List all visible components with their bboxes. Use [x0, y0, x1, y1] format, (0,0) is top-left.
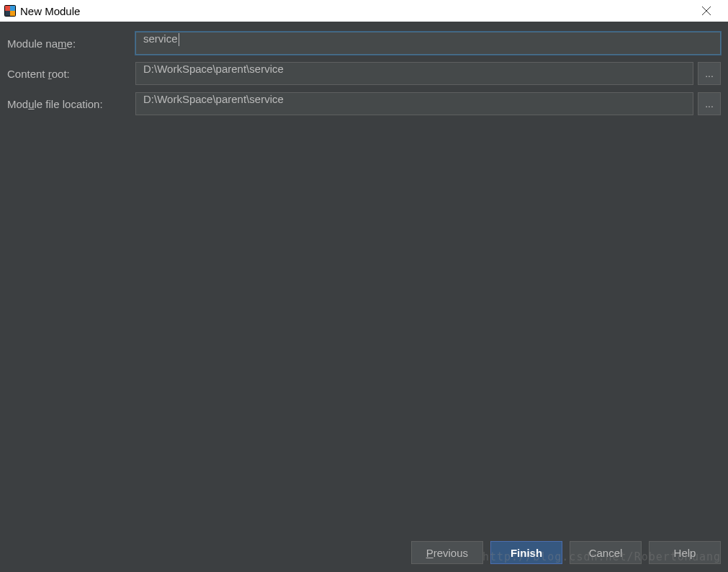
module-file-location-input[interactable]: D:\WorkSpace\parent\service — [135, 92, 693, 115]
close-button[interactable] — [692, 0, 721, 22]
title-left: New Module — [4, 5, 80, 17]
content-root-input-group: D:\WorkSpace\parent\service ... — [135, 62, 721, 85]
module-file-location-input-group: D:\WorkSpace\parent\service ... — [135, 92, 721, 115]
content-root-label: Content root: — [7, 68, 135, 80]
module-file-location-row: Module file location: D:\WorkSpace\paren… — [7, 92, 721, 115]
module-file-location-value: D:\WorkSpace\parent\service — [143, 93, 284, 105]
window-title: New Module — [20, 5, 80, 17]
content-area: Module name: service Content root: D:\Wo… — [0, 22, 728, 533]
content-root-value: D:\WorkSpace\parent\service — [143, 63, 284, 75]
finish-button[interactable]: Finish — [490, 541, 562, 564]
module-file-location-browse-button[interactable]: ... — [698, 92, 721, 115]
module-file-location-label: Module file location: — [7, 98, 135, 110]
app-icon — [4, 5, 16, 17]
module-name-input-group: service — [135, 32, 721, 55]
module-name-row: Module name: service — [7, 32, 721, 55]
content-root-browse-button[interactable]: ... — [698, 62, 721, 85]
text-cursor — [179, 33, 179, 46]
svg-rect-1 — [5, 6, 10, 11]
content-root-row: Content root: D:\WorkSpace\parent\servic… — [7, 62, 721, 85]
cancel-button[interactable]: Cancel — [570, 541, 642, 564]
module-name-value: service — [143, 32, 178, 45]
svg-rect-4 — [10, 11, 15, 16]
module-name-input[interactable]: service — [135, 32, 721, 55]
close-icon — [701, 6, 711, 16]
title-bar: New Module — [0, 0, 728, 22]
module-name-label: Module name: — [7, 37, 135, 50]
svg-rect-3 — [5, 11, 10, 16]
button-bar: Previous Finish Cancel Help — [0, 533, 728, 572]
content-root-input[interactable]: D:\WorkSpace\parent\service — [135, 62, 693, 85]
previous-button[interactable]: Previous — [411, 541, 483, 564]
svg-rect-2 — [10, 6, 15, 11]
help-button[interactable]: Help — [649, 541, 721, 564]
